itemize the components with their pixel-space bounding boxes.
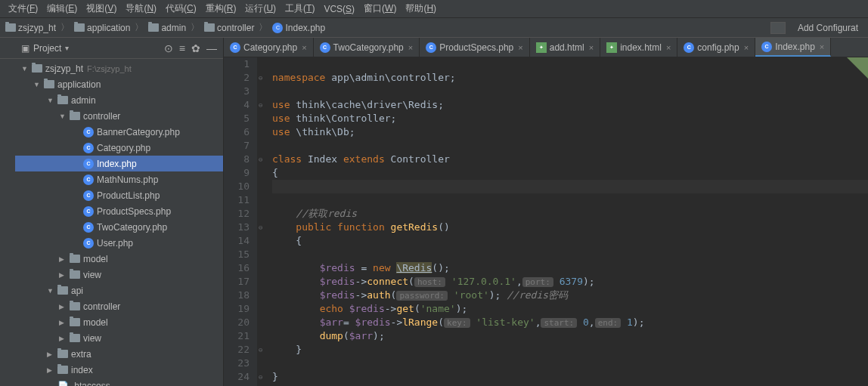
close-icon[interactable]: × <box>518 43 522 52</box>
php-icon: C <box>83 206 94 217</box>
chevron-right-icon[interactable] <box>59 335 67 342</box>
chevron-right-icon[interactable] <box>59 319 67 326</box>
file-icon: 📄 <box>57 381 69 387</box>
tree-node[interactable]: CProductSpecs.php <box>15 203 223 219</box>
fold-column: ⊖⊖⊖⊖⊖⊖ <box>257 57 266 386</box>
tree-node[interactable]: CIndex.php <box>15 156 223 171</box>
menu-item[interactable]: 帮助(H) <box>401 2 441 15</box>
gear-icon[interactable]: ✿ <box>191 42 200 54</box>
chevron-right-icon[interactable] <box>59 303 67 310</box>
tree-node[interactable]: view <box>15 330 223 346</box>
editor-tab[interactable]: CIndex.php× <box>755 38 831 57</box>
tree-hint: F:\zsjzyp_ht <box>87 64 132 73</box>
menu-item[interactable]: 编辑(E) <box>42 2 82 15</box>
tree-node[interactable]: extra <box>15 346 223 362</box>
tree-label: index <box>71 365 93 375</box>
tree-node[interactable]: index <box>15 362 223 378</box>
tree-node[interactable]: CMathNums.php <box>15 171 223 187</box>
tab-label: Index.php <box>775 42 815 52</box>
collapse-icon[interactable]: ⊙ <box>164 42 173 54</box>
fold-icon[interactable]: ⊖ <box>259 221 262 234</box>
chevron-right-icon[interactable] <box>47 350 54 358</box>
code-content[interactable]: namespace app\admin\controller; use thin… <box>266 57 868 386</box>
tree-label: application <box>57 79 101 90</box>
navigation-bar: zsjzyp_ht〉application〉admin〉controller〉C… <box>0 18 868 38</box>
editor-tab[interactable]: CProductSpecs.php× <box>420 38 530 57</box>
close-icon[interactable]: × <box>820 42 824 51</box>
fold-icon[interactable]: ⊖ <box>259 343 262 357</box>
chevron-down-icon[interactable] <box>21 65 29 73</box>
chevron-down-icon[interactable] <box>47 97 54 104</box>
tree-node[interactable]: api <box>15 283 223 298</box>
run-config[interactable]: Add Configurat <box>792 23 864 33</box>
editor-tab[interactable]: ✦add.html× <box>530 38 600 57</box>
tree-label: .htaccess <box>72 381 110 387</box>
tree-node[interactable]: CProductList.php <box>15 187 223 203</box>
chevron-right-icon[interactable] <box>47 366 54 374</box>
chevron-down-icon[interactable] <box>47 287 54 295</box>
editor-tab[interactable]: CCategory.php× <box>224 38 314 57</box>
breadcrumb-item[interactable]: controller <box>203 23 256 33</box>
build-button[interactable] <box>770 22 786 34</box>
tree-node[interactable]: admin <box>15 92 223 108</box>
php-icon: C <box>230 42 240 53</box>
menu-item[interactable]: 文件(F) <box>4 2 42 15</box>
menu-item[interactable]: 视图(V) <box>82 2 121 15</box>
chevron-right-icon[interactable] <box>59 255 67 263</box>
folder-icon <box>32 64 42 73</box>
breadcrumb-item[interactable]: admin <box>147 23 188 33</box>
folder-icon <box>57 350 68 358</box>
tree-node[interactable]: model <box>15 251 223 267</box>
tree-node[interactable]: application <box>15 76 223 92</box>
chevron-right-icon[interactable] <box>59 271 67 279</box>
fold-icon[interactable]: ⊖ <box>259 153 262 166</box>
tree-label: Index.php <box>97 159 137 169</box>
menu-item[interactable]: 代码(C) <box>161 2 201 15</box>
chevron-down-icon[interactable] <box>33 81 41 88</box>
menu-item[interactable]: 重构(R) <box>201 2 241 15</box>
fold-icon[interactable]: ⊖ <box>259 370 262 384</box>
hide-icon[interactable]: — <box>206 42 217 54</box>
tree-label: model <box>83 254 108 264</box>
tree-label: User.php <box>97 238 133 249</box>
editor-tab[interactable]: ✦index.html× <box>600 38 677 57</box>
fold-icon[interactable]: ⊖ <box>259 98 262 112</box>
tree-node[interactable]: zsjzyp_htF:\zsjzyp_ht <box>15 60 223 76</box>
php-icon: C <box>320 42 330 53</box>
tree-node[interactable]: 📄.htaccess <box>15 378 223 386</box>
tree-node[interactable]: CBannerCategory.php <box>15 124 223 140</box>
breadcrumb-item[interactable]: application <box>73 23 132 33</box>
close-icon[interactable]: × <box>302 43 306 52</box>
tree-node[interactable]: controller <box>15 108 223 124</box>
breadcrumb-item[interactable]: CIndex.php <box>271 23 327 33</box>
tree-node[interactable]: view <box>15 267 223 283</box>
menu-item[interactable]: 导航(N) <box>121 2 161 15</box>
close-icon[interactable]: × <box>666 43 671 52</box>
close-icon[interactable]: × <box>744 43 749 52</box>
tree-node[interactable]: CUser.php <box>15 235 223 251</box>
project-tree: zsjzyp_htF:\zsjzyp_htapplicationadmincon… <box>0 59 223 386</box>
close-icon[interactable]: × <box>589 43 594 52</box>
chevron-down-icon[interactable] <box>59 113 67 120</box>
tree-node[interactable]: controller <box>15 298 223 314</box>
breadcrumb: zsjzyp_ht〉application〉admin〉controller〉C… <box>4 21 327 34</box>
fold-icon[interactable]: ⊖ <box>259 71 262 85</box>
sidebar-title: Project <box>33 43 61 54</box>
php-icon: C <box>83 127 94 137</box>
tree-node[interactable]: CCategory.php <box>15 140 223 156</box>
tree-node[interactable]: CTwoCategory.php <box>15 219 223 235</box>
menu-item[interactable]: 工具(T) <box>281 2 319 15</box>
line-gutter: 123456789101112131415161718192021222324 <box>224 57 257 386</box>
breadcrumb-item[interactable]: zsjzyp_ht <box>4 23 57 33</box>
editor-tab[interactable]: Cconfig.php× <box>677 38 755 57</box>
code-editor[interactable]: 123456789101112131415161718192021222324 … <box>224 57 868 386</box>
close-icon[interactable]: × <box>408 43 413 52</box>
editor-tab[interactable]: CTwoCategory.php× <box>314 38 420 57</box>
tree-node[interactable]: model <box>15 314 223 330</box>
tab-label: config.php <box>697 42 739 53</box>
menu-item[interactable]: 窗口(W) <box>359 2 401 15</box>
settings-icon[interactable]: ≡ <box>179 42 185 54</box>
menu-item[interactable]: 运行(U) <box>240 2 281 15</box>
tree-label: ProductSpecs.php <box>97 206 171 217</box>
menu-item[interactable]: VCS(S) <box>319 4 359 14</box>
